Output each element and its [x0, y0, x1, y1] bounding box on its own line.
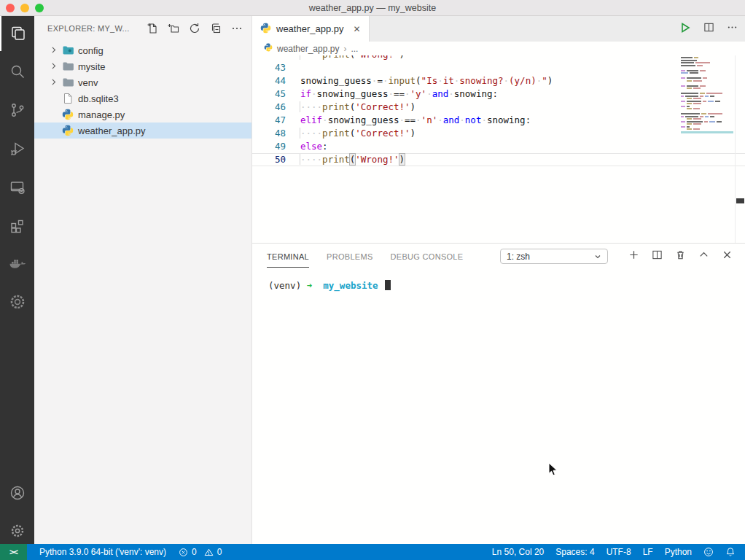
folder-icon — [62, 77, 74, 88]
tree-item-db-sqlite3[interactable]: db.sqlite3 — [34, 90, 251, 106]
minimap-row — [681, 77, 733, 79]
code-line-48[interactable]: 48····print('Correct!') — [252, 127, 745, 140]
problems-status[interactable]: 0 0 — [179, 547, 222, 557]
code-line-44[interactable]: 44snowing_guess·=·input("Is·it·snowing?·… — [252, 74, 745, 88]
breadcrumb-symbol[interactable]: ... — [351, 44, 358, 54]
tree-item-weather-app-py[interactable]: weather_app.py — [34, 122, 251, 139]
eol-status[interactable]: LF — [643, 547, 653, 557]
minimap-row — [681, 62, 733, 63]
editor-more-actions-icon[interactable] — [727, 22, 738, 36]
chevron-right-icon[interactable] — [49, 61, 58, 73]
status-bar: >< Python 3.9.0 64-bit ('venv': venv) 0 … — [0, 544, 745, 560]
chevron-right-icon[interactable] — [49, 77, 58, 89]
settings-gear-icon[interactable] — [0, 513, 34, 548]
feedback-smiley-icon[interactable] — [703, 547, 714, 557]
tree-item-label: db.sqlite3 — [78, 93, 119, 104]
line-content: elif·snowing_guess·==·'n'·and·not·snowin… — [300, 114, 531, 127]
code-line-50[interactable]: 50····print('Wrong!') — [252, 153, 745, 166]
terminal-output[interactable]: (venv) ➜ my_website — [252, 268, 745, 291]
minimap-row — [681, 128, 733, 130]
remote-indicator[interactable]: >< — [0, 544, 27, 560]
minimap-row — [681, 106, 733, 107]
explorer-title: EXPLORER: MY_W... — [47, 24, 147, 33]
panel-tab-terminal[interactable]: TERMINAL — [267, 245, 309, 268]
file-icon — [62, 93, 74, 104]
code-line-46[interactable]: 46····print('Correct!') — [252, 101, 745, 114]
minimap-row — [681, 67, 733, 69]
minimap-row — [681, 103, 733, 104]
language-mode-status[interactable]: Python — [665, 547, 692, 557]
remote-explorer-icon[interactable] — [0, 170, 34, 205]
chevron-right-icon[interactable] — [49, 45, 58, 57]
errors-icon — [179, 548, 188, 557]
tab-close-icon[interactable]: ✕ — [354, 24, 361, 34]
new-folder-icon[interactable] — [168, 23, 179, 34]
minimap[interactable] — [681, 57, 733, 131]
line-number: 49 — [252, 140, 286, 153]
extensions-icon[interactable] — [0, 208, 34, 243]
code-line-43[interactable]: 43 — [252, 61, 745, 74]
tree-item-label: weather_app.py — [78, 125, 146, 136]
close-panel-icon[interactable] — [722, 249, 733, 263]
tab-weather-app[interactable]: weather_app.py ✕ — [252, 16, 370, 42]
panel-tab-problems[interactable]: PROBLEMS — [327, 245, 373, 267]
code-line-45[interactable]: 45if·snowing_guess·==·'y'·and·snowing: — [252, 88, 745, 101]
python-interpreter-status[interactable]: Python 3.9.0 64-bit ('venv': venv) — [39, 547, 166, 557]
tree-item-config[interactable]: config — [34, 42, 251, 58]
line-content: ····print('Correct!') — [300, 127, 416, 140]
code-line-49[interactable]: 49else: — [252, 140, 745, 153]
line-number: 48 — [252, 127, 286, 140]
new-file-icon[interactable] — [147, 23, 158, 34]
tree-item-label: manage.py — [78, 109, 125, 120]
kill-terminal-icon[interactable] — [675, 249, 686, 263]
code-line-47[interactable]: 47elif·snowing_guess·==·'n'·and·not·snow… — [252, 114, 745, 127]
breadcrumb[interactable]: weather_app.py › ... — [252, 42, 745, 55]
notifications-bell-icon[interactable] — [725, 547, 736, 557]
titlebar[interactable]: weather_app.py — my_website — [0, 0, 745, 16]
python-file-icon — [62, 125, 74, 136]
explorer-icon[interactable] — [0, 16, 34, 51]
code-editor[interactable]: ····print('Wrong!') 4344snowing_guess·=·… — [252, 55, 745, 243]
tab-label: weather_app.py — [276, 23, 344, 34]
tree-item-venv[interactable]: venv — [34, 74, 251, 90]
minimap-row — [681, 60, 733, 61]
split-editor-icon[interactable] — [703, 22, 714, 36]
tree-item-label: venv — [78, 77, 98, 88]
overview-ruler[interactable] — [735, 55, 745, 243]
minimap-row — [681, 96, 733, 97]
maximize-panel-icon[interactable] — [698, 249, 709, 263]
python-file-icon — [264, 43, 273, 54]
minimap-current-line — [681, 131, 733, 133]
terminal-select[interactable]: 1: zsh — [500, 249, 608, 264]
more-actions-icon[interactable] — [231, 23, 243, 34]
breadcrumb-file[interactable]: weather_app.py — [277, 44, 339, 54]
tree-item-mysite[interactable]: mysite — [34, 58, 251, 74]
minimap-row — [681, 116, 733, 117]
cursor-position-status[interactable]: Ln 50, Col 20 — [492, 547, 544, 557]
new-terminal-icon[interactable] — [628, 249, 639, 263]
minimap-row — [681, 90, 733, 92]
tree-item-label: mysite — [78, 61, 106, 72]
tree-item-manage-py[interactable]: manage.py — [34, 106, 251, 122]
indentation-status[interactable]: Spaces: 4 — [555, 547, 594, 557]
panel-tab-debug-console[interactable]: DEBUG CONSOLE — [391, 245, 464, 267]
minimap-row — [681, 80, 733, 82]
accounts-icon[interactable] — [0, 475, 34, 510]
encoding-status[interactable]: UTF-8 — [606, 547, 631, 557]
line-number: 46 — [252, 101, 286, 114]
run-debug-icon[interactable] — [0, 131, 34, 166]
collapse-folders-icon[interactable] — [210, 23, 222, 34]
bottom-panel: TERMINALPROBLEMSDEBUG CONSOLE 1: zsh (ve… — [252, 243, 745, 544]
terminal-select-value: 1: zsh — [507, 252, 530, 262]
minimap-row — [681, 118, 733, 120]
refresh-icon[interactable] — [189, 23, 200, 34]
gear-wheel-icon[interactable] — [0, 284, 34, 319]
source-control-icon[interactable] — [0, 93, 34, 128]
split-terminal-icon[interactable] — [652, 249, 663, 263]
run-button[interactable] — [679, 22, 691, 36]
minimap-row — [681, 82, 733, 84]
docker-icon[interactable] — [0, 246, 34, 281]
search-icon[interactable] — [0, 54, 34, 89]
line-content: ····print('Correct!') — [300, 101, 416, 114]
line-content: ····print('Wrong!') — [300, 153, 405, 166]
